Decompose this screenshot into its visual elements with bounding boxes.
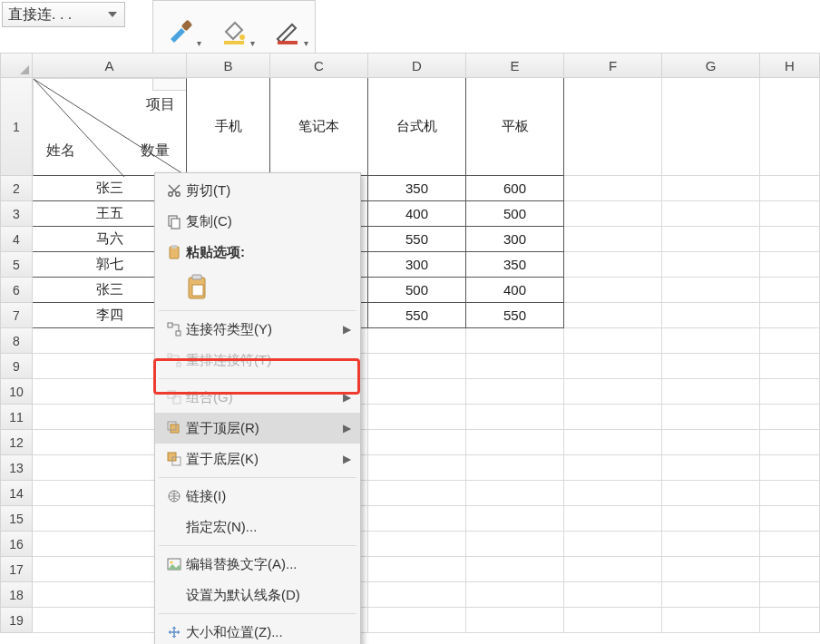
- cell[interactable]: 笔记本: [270, 78, 368, 176]
- cell[interactable]: [564, 582, 662, 608]
- cell[interactable]: [760, 278, 820, 303]
- cell[interactable]: [662, 506, 760, 532]
- row-header[interactable]: 11: [0, 405, 33, 430]
- row-header[interactable]: 6: [0, 278, 33, 303]
- cell[interactable]: [564, 379, 662, 405]
- cell[interactable]: [368, 481, 466, 506]
- cell[interactable]: [564, 278, 662, 303]
- cell[interactable]: [662, 481, 760, 506]
- diagonal-header-cell[interactable]: 项目姓名数量: [33, 78, 187, 176]
- cell[interactable]: [368, 506, 466, 532]
- row-header[interactable]: 4: [0, 227, 33, 252]
- col-header-G[interactable]: G: [662, 53, 760, 78]
- row-header[interactable]: 14: [0, 481, 33, 506]
- cell[interactable]: [662, 354, 760, 379]
- cell[interactable]: [760, 379, 820, 405]
- cell[interactable]: 平板: [466, 78, 564, 176]
- cell[interactable]: [564, 481, 662, 506]
- cell[interactable]: 600: [466, 176, 564, 201]
- cell[interactable]: 500: [368, 278, 466, 303]
- cell[interactable]: [564, 328, 662, 354]
- cell[interactable]: [368, 455, 466, 481]
- row-header[interactable]: 10: [0, 379, 33, 405]
- cell[interactable]: [662, 430, 760, 455]
- cell[interactable]: [662, 303, 760, 328]
- menu-cut[interactable]: 剪切(T): [155, 175, 360, 206]
- menu-connector-type[interactable]: 连接符类型(Y) ▶: [155, 314, 360, 345]
- cell[interactable]: [662, 557, 760, 582]
- row-header[interactable]: 3: [0, 201, 33, 227]
- cell[interactable]: [760, 532, 820, 557]
- row-header[interactable]: 15: [0, 506, 33, 532]
- row-header[interactable]: 8: [0, 328, 33, 354]
- select-all-corner[interactable]: [0, 53, 33, 78]
- cell[interactable]: [564, 201, 662, 227]
- cell[interactable]: [662, 405, 760, 430]
- col-header-E[interactable]: E: [466, 53, 564, 78]
- cell[interactable]: [662, 328, 760, 354]
- cell[interactable]: [662, 582, 760, 608]
- cell[interactable]: [662, 252, 760, 278]
- cell[interactable]: [368, 608, 466, 633]
- cell[interactable]: [564, 557, 662, 582]
- row-header[interactable]: 13: [0, 455, 33, 481]
- cell[interactable]: 台式机: [368, 78, 466, 176]
- cell[interactable]: 350: [466, 252, 564, 278]
- cell[interactable]: [662, 379, 760, 405]
- row-header[interactable]: 5: [0, 252, 33, 278]
- cell[interactable]: [368, 557, 466, 582]
- cell[interactable]: [368, 582, 466, 608]
- cell[interactable]: 400: [466, 278, 564, 303]
- row-header[interactable]: 18: [0, 582, 33, 608]
- cell[interactable]: [466, 379, 564, 405]
- cell[interactable]: [564, 430, 662, 455]
- row-header[interactable]: 2: [0, 176, 33, 201]
- menu-size-position[interactable]: 大小和位置(Z)...: [155, 617, 360, 644]
- cell[interactable]: [760, 430, 820, 455]
- cell[interactable]: [662, 278, 760, 303]
- cell[interactable]: [564, 608, 662, 633]
- cell[interactable]: [466, 532, 564, 557]
- row-header[interactable]: 17: [0, 557, 33, 582]
- cell[interactable]: [368, 532, 466, 557]
- menu-alt-text[interactable]: 编辑替换文字(A)...: [155, 549, 360, 580]
- cell[interactable]: [760, 252, 820, 278]
- cell[interactable]: [760, 303, 820, 328]
- cell[interactable]: [564, 405, 662, 430]
- cell[interactable]: [466, 328, 564, 354]
- menu-default-line[interactable]: 设置为默认线条(D): [155, 580, 360, 610]
- cell[interactable]: [760, 506, 820, 532]
- cell[interactable]: [760, 176, 820, 201]
- cell[interactable]: 550: [466, 303, 564, 328]
- cell[interactable]: [662, 201, 760, 227]
- cell[interactable]: [662, 532, 760, 557]
- cell[interactable]: [760, 557, 820, 582]
- cell[interactable]: [760, 78, 820, 176]
- cell[interactable]: 400: [368, 201, 466, 227]
- cell[interactable]: 550: [368, 303, 466, 328]
- menu-link[interactable]: 链接(I): [155, 481, 360, 512]
- menu-bring-to-front[interactable]: 置于顶层(R) ▶: [155, 413, 360, 444]
- cell[interactable]: [662, 176, 760, 201]
- cell[interactable]: [466, 405, 564, 430]
- cell[interactable]: [564, 354, 662, 379]
- col-header-A[interactable]: A: [33, 53, 187, 78]
- col-header-F[interactable]: F: [564, 53, 662, 78]
- cell[interactable]: [564, 227, 662, 252]
- cell[interactable]: [466, 354, 564, 379]
- cell[interactable]: [760, 608, 820, 633]
- cell[interactable]: [466, 430, 564, 455]
- cell[interactable]: [760, 481, 820, 506]
- cell[interactable]: [662, 227, 760, 252]
- cell[interactable]: [368, 328, 466, 354]
- cell[interactable]: [368, 379, 466, 405]
- col-header-D[interactable]: D: [368, 53, 466, 78]
- row-header[interactable]: 12: [0, 430, 33, 455]
- cell[interactable]: [466, 557, 564, 582]
- cell[interactable]: 500: [466, 201, 564, 227]
- cell[interactable]: [760, 328, 820, 354]
- cell[interactable]: [760, 455, 820, 481]
- col-header-B[interactable]: B: [187, 53, 270, 78]
- cell[interactable]: [760, 354, 820, 379]
- menu-send-to-back[interactable]: 置于底层(K) ▶: [155, 444, 360, 474]
